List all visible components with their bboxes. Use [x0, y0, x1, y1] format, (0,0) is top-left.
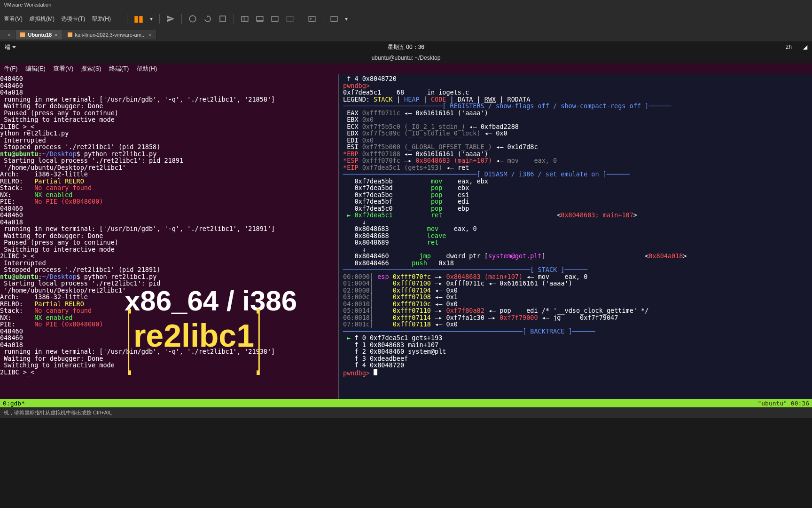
svg-rect-8 — [309, 16, 315, 22]
separator — [181, 14, 182, 24]
tmenu-edit[interactable]: 编辑(E) — [25, 64, 46, 73]
svg-rect-7 — [287, 16, 293, 22]
snapshot-icon[interactable] — [188, 15, 197, 23]
right-pane[interactable]: f 4 0x8048720pwndbg>0xf7dea5c1 68 in iog… — [338, 74, 812, 399]
console-icon[interactable] — [308, 15, 316, 23]
label: zh — [786, 44, 792, 50]
tab-kali[interactable]: kali-linux-2022.3-vmware-am...× — [63, 30, 157, 40]
svg-rect-9 — [331, 16, 337, 22]
separator — [323, 14, 323, 24]
status-left: 0:gdb* — [3, 400, 25, 407]
stretch-icon[interactable] — [330, 15, 338, 23]
dropdown-icon[interactable]: ▾ — [345, 16, 348, 22]
svg-rect-1 — [220, 16, 226, 22]
pause-icon[interactable]: ▮▮ — [134, 14, 143, 24]
dropdown-icon[interactable]: ▾ — [150, 16, 153, 22]
layout1-icon[interactable] — [241, 15, 249, 23]
tmenu-search[interactable]: 搜索(S) — [81, 64, 101, 73]
app-title: VMware Workstation — [4, 2, 51, 8]
close-icon[interactable]: × — [148, 32, 151, 38]
layout2-icon[interactable] — [256, 15, 264, 23]
status-right: "ubuntu" 00:36 — [757, 400, 809, 407]
close-icon[interactable]: × — [55, 32, 57, 38]
tmenu-file[interactable]: 件(F) — [4, 64, 18, 73]
terminal-menu: 件(F) 编辑(E) 查看(V) 搜索(S) 终端(T) 帮助(H) — [0, 63, 812, 74]
vm-icon — [20, 32, 25, 37]
separator — [301, 14, 301, 24]
svg-point-0 — [189, 16, 196, 22]
menu-view[interactable]: 查看(V) — [4, 15, 23, 23]
revert-icon[interactable] — [203, 15, 212, 23]
vmware-hint: 机，请将鼠标指针从虚拟机中移出或按 Ctrl+Alt。 — [0, 407, 812, 418]
main-menu: 查看(V) 虚拟机(M) 选项卡(T) 帮助(H) ▮▮ ▾ ▾ — [0, 9, 812, 28]
menu-vm[interactable]: 虚拟机(M) — [29, 15, 55, 23]
send-icon[interactable] — [166, 15, 175, 23]
separator — [159, 14, 160, 24]
menu-help[interactable]: 帮助(H) — [92, 15, 111, 23]
menu-tabs[interactable]: 选项卡(T) — [61, 15, 85, 23]
vm-tabs: × Ubuntu18× kali-linux-2022.3-vmware-am.… — [0, 28, 812, 41]
unity-icon — [286, 15, 294, 23]
terminal-dropdown[interactable]: 端 — [5, 43, 16, 51]
clock[interactable]: 星期五 00：36 — [388, 43, 424, 51]
tmenu-view[interactable]: 查看(V) — [53, 64, 73, 73]
fullscreen-icon[interactable] — [271, 15, 279, 23]
manage-icon[interactable] — [219, 15, 227, 23]
svg-rect-6 — [272, 16, 278, 22]
terminal-title: ubuntu@ubuntu: ~/Desktop — [0, 53, 812, 63]
tab-ubuntu18[interactable]: Ubuntu18× — [16, 30, 62, 40]
chevron-down-icon — [12, 46, 16, 48]
close-icon[interactable]: × — [8, 32, 10, 38]
tab-label: Ubuntu18 — [28, 32, 52, 38]
svg-rect-2 — [242, 16, 248, 22]
tmenu-terminal[interactable]: 终端(T) — [109, 64, 129, 73]
app-titlebar: VMware Workstation — [0, 0, 812, 9]
terminal-content: 04846004846004a018 running in new termin… — [0, 74, 812, 399]
tmenu-help[interactable]: 帮助(H) — [136, 64, 157, 73]
vm-icon — [68, 32, 72, 37]
tmux-statusbar: 0:gdb* "ubuntu" 00:36 — [0, 399, 812, 407]
tab-label: kali-linux-2022.3-vmware-am... — [75, 32, 146, 38]
label: 端 — [5, 43, 10, 51]
left-pane[interactable]: 04846004846004a018 running in new termin… — [0, 74, 338, 399]
separator — [127, 14, 127, 24]
gnome-topbar: 端 星期五 00：36 zh◢ — [0, 41, 812, 53]
toolbar: ▮▮ ▾ ▾ — [127, 14, 348, 24]
tab-home[interactable]: × — [0, 30, 16, 40]
separator — [234, 14, 234, 24]
input-method[interactable]: zh◢ — [786, 44, 807, 50]
